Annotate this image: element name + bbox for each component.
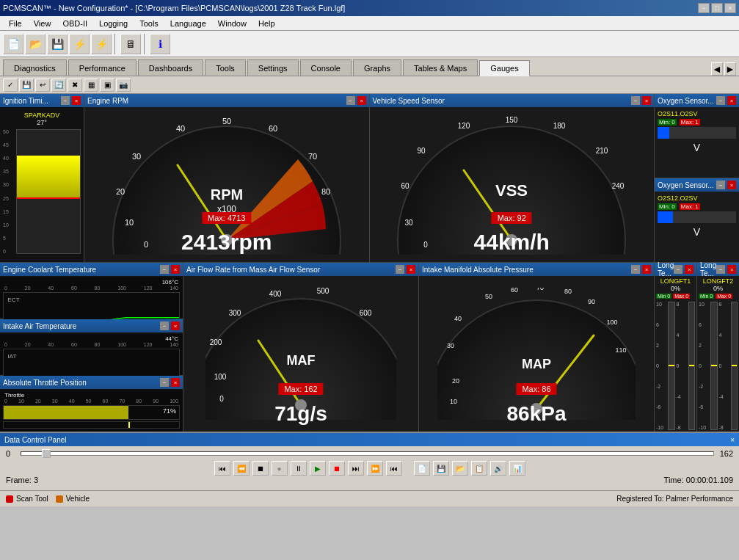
tab-diagnostics[interactable]: Diagnostics	[3, 59, 67, 76]
open2-btn[interactable]: 📂	[452, 461, 468, 476]
map-panel-buttons[interactable]: − ×	[631, 265, 651, 274]
info-button[interactable]: ℹ	[150, 34, 170, 54]
maximize-button[interactable]: □	[711, 3, 723, 13]
menu-tools[interactable]: Tools	[134, 18, 164, 29]
atp-close[interactable]: ×	[171, 378, 180, 387]
maf-close[interactable]: ×	[407, 265, 415, 274]
sub-btn-3[interactable]: ↩	[35, 79, 50, 92]
longft1-minimize[interactable]: −	[674, 265, 682, 274]
sub-btn-5[interactable]: ✖	[68, 79, 82, 92]
menu-obdii[interactable]: OBD-II	[57, 18, 93, 29]
menu-view[interactable]: View	[28, 18, 57, 29]
scroll-right[interactable]: ►	[724, 62, 736, 76]
new-button[interactable]: 📄	[3, 34, 23, 54]
doc-btn[interactable]: 📄	[414, 461, 430, 476]
connect-button[interactable]: ⚡	[69, 34, 90, 54]
atp-minimize[interactable]: −	[160, 378, 169, 387]
scroll-left[interactable]: ◄	[711, 62, 723, 76]
tab-tools[interactable]: Tools	[205, 59, 246, 76]
rpm-panel-buttons[interactable]: − ×	[346, 96, 366, 105]
tab-dashboards[interactable]: Dashboards	[138, 59, 203, 76]
sub-btn-7[interactable]: ▣	[100, 79, 114, 92]
ignition-close[interactable]: ×	[72, 96, 81, 105]
record-btn[interactable]: ⏹	[329, 461, 345, 476]
menu-help[interactable]: Help	[252, 18, 281, 29]
atp-panel-buttons[interactable]: − ×	[160, 378, 180, 387]
map-close[interactable]: ×	[642, 265, 651, 274]
oxy2-close[interactable]: ×	[727, 181, 736, 189]
record-dot[interactable]: ●	[272, 461, 288, 476]
sub-btn-6[interactable]: ▦	[84, 79, 98, 92]
sub-btn-8[interactable]: 📷	[116, 79, 131, 92]
longft2-minimize[interactable]: −	[716, 265, 725, 274]
maf-panel-buttons[interactable]: − ×	[396, 265, 415, 274]
window-controls[interactable]: − □ ×	[698, 3, 736, 13]
iat-close[interactable]: ×	[171, 321, 180, 330]
vss-minimize[interactable]: −	[631, 96, 640, 105]
longft2-panel-buttons[interactable]: − ×	[716, 265, 736, 274]
ignition-panel: Ignition Timi... − × SPARKADV 27° 50 45 …	[0, 94, 84, 262]
oxy2-minimize[interactable]: −	[716, 181, 725, 189]
ignition-scale: 50 45 40 35 30 25 15 10 5 0	[3, 129, 15, 254]
menu-language[interactable]: Language	[164, 18, 212, 29]
oxy1-close[interactable]: ×	[727, 96, 736, 105]
oxy1-panel-buttons[interactable]: − ×	[716, 96, 736, 105]
tab-console[interactable]: Console	[300, 59, 352, 76]
chart-btn[interactable]: 📊	[509, 461, 525, 476]
slider-thumb[interactable]	[42, 449, 51, 458]
toolbar-separator-2	[144, 34, 147, 54]
dashboard-button[interactable]: 🖥	[120, 34, 141, 54]
menu-logging[interactable]: Logging	[93, 18, 134, 29]
close-button[interactable]: ×	[724, 3, 736, 13]
maf-value: 71g/s	[183, 402, 418, 426]
iat-panel-buttons[interactable]: − ×	[160, 321, 180, 330]
fast-forward2-btn[interactable]: ⏩	[367, 461, 383, 476]
save2-btn[interactable]: 💾	[433, 461, 449, 476]
tab-graphs[interactable]: Graphs	[353, 59, 401, 76]
audio-btn[interactable]: 🔊	[490, 461, 506, 476]
sub-btn-2[interactable]: 💾	[19, 79, 34, 92]
tab-tables-maps[interactable]: Tables & Maps	[403, 59, 478, 76]
ect-panel-buttons[interactable]: − ×	[160, 265, 180, 274]
longft2-close[interactable]: ×	[727, 265, 736, 274]
vss-close[interactable]: ×	[642, 96, 651, 105]
open-button[interactable]: 📂	[25, 34, 45, 54]
oxy1-minimize[interactable]: −	[716, 96, 725, 105]
sub-btn-4[interactable]: 🔄	[51, 79, 66, 92]
play-btn[interactable]: ▶	[310, 461, 326, 476]
tab-gauges[interactable]: Gauges	[479, 60, 530, 76]
longft1-panel-buttons[interactable]: − ×	[674, 265, 694, 274]
stop-btn[interactable]: ⏹	[252, 461, 269, 476]
fast-forward-btn[interactable]: ⏭	[348, 461, 364, 476]
menu-window[interactable]: Window	[212, 18, 252, 29]
ignition-minimize[interactable]: −	[61, 96, 70, 105]
longft1-close[interactable]: ×	[685, 265, 694, 274]
vss-panel-buttons[interactable]: − ×	[631, 96, 651, 105]
save-button[interactable]: 💾	[47, 34, 68, 54]
rewind-btn[interactable]: ⏪	[233, 461, 250, 476]
tab-settings[interactable]: Settings	[247, 59, 299, 76]
rpm-minimize[interactable]: −	[346, 96, 355, 105]
clip-btn[interactable]: 📋	[471, 461, 487, 476]
dcp-close-btn[interactable]: ×	[730, 436, 735, 444]
menu-file[interactable]: File	[3, 18, 28, 29]
sub-btn-1[interactable]: ✓	[3, 79, 18, 92]
skip-start-btn[interactable]: ⏮	[214, 461, 230, 476]
iat-minimize[interactable]: −	[160, 321, 169, 330]
playback-slider[interactable]	[21, 451, 714, 456]
tab-performance[interactable]: Performance	[68, 59, 136, 76]
maf-minimize[interactable]: −	[396, 265, 404, 274]
svg-text:10: 10	[125, 218, 134, 227]
disconnect-button[interactable]: ⚡	[91, 34, 112, 54]
longft1-title-bar: Long Te... − ×	[655, 263, 696, 276]
pause-btn[interactable]: ⏸	[291, 461, 307, 476]
skip-end-btn[interactable]: ⏮	[386, 461, 402, 476]
map-minimize[interactable]: −	[631, 265, 640, 274]
ignition-panel-buttons[interactable]: − ×	[61, 96, 81, 105]
minimize-button[interactable]: −	[698, 3, 710, 13]
ect-minimize[interactable]: −	[160, 265, 169, 274]
ignition-title-bar: Ignition Timi... − ×	[0, 94, 84, 107]
rpm-close[interactable]: ×	[357, 96, 366, 105]
oxy2-panel-buttons[interactable]: − ×	[716, 181, 736, 189]
ect-close[interactable]: ×	[171, 265, 180, 274]
